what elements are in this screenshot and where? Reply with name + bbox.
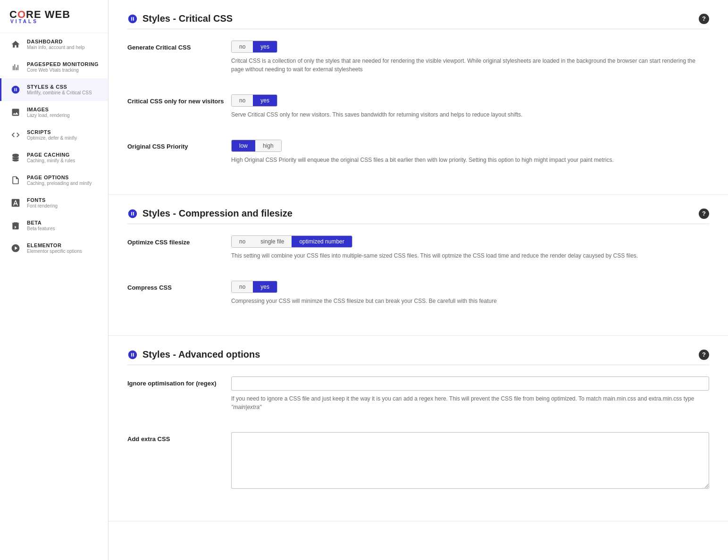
toggle-yes-critical-css-new-visitors[interactable]: yes (253, 95, 277, 106)
css-icon (9, 85, 22, 94)
toggle-yes-generate-critical-css[interactable]: yes (253, 41, 277, 52)
setting-desc-generate-critical-css: Critcal CSS is a collection of only the … (231, 57, 709, 74)
sidebar-item-page-options[interactable]: PAGE OPTIONS Caching, preloading and min… (0, 169, 108, 192)
setting-desc-critical-css-new-visitors: Serve Critical CSS only for new visitors… (231, 110, 709, 119)
toggle-low-original-css-priority[interactable]: low (232, 140, 255, 151)
setting-original-css-priority: Original CSS Priority low high High Orig… (127, 140, 709, 174)
toggle-group-generate-critical-css: no yes (231, 41, 277, 53)
help-icon-compression[interactable]: ? (699, 209, 709, 219)
toggle-group-compress-css: no yes (231, 281, 277, 293)
setting-optimize-css-filesize: Optimize CSS filesize no single file opt… (127, 235, 709, 269)
toggle-group-critical-css-new-visitors: no yes (231, 94, 277, 107)
code-icon (9, 130, 22, 140)
toggle-high-original-css-priority[interactable]: high (255, 140, 281, 151)
sidebar-item-label-beta: BETA (27, 220, 55, 226)
bar-chart-icon (9, 62, 22, 72)
advanced-section-icon (127, 350, 138, 360)
toggle-group-optimize-css-filesize: no single file optimized number (231, 235, 352, 248)
setting-add-extra-css: Add extra CSS (127, 432, 709, 500)
setting-label-critical-css-new-visitors: Critical CSS only for new visitors (127, 94, 231, 106)
add-extra-css-textarea[interactable] (231, 432, 709, 489)
setting-label-ignore-optimisation: Ignore optimisation for (regex) (127, 376, 231, 388)
sidebar-item-sub-styles: Minfify, combine & Critical CSS (27, 90, 92, 95)
setting-content-original-css-priority: low high High Original CSS Priority will… (231, 140, 709, 164)
section-critical-css: Styles - Critical CSS ? Generate Critica… (109, 0, 728, 195)
setting-label-optimize-css-filesize: Optimize CSS filesize (127, 235, 231, 247)
section-title-advanced: Styles - Advanced options (142, 349, 260, 360)
section-compression: Styles - Compression and filesize ? Opti… (109, 195, 728, 336)
sidebar-item-label-page-caching: PAGE CACHING (27, 152, 75, 158)
sidebar-item-label-elementor: ELEMENTOR (27, 242, 82, 248)
setting-compress-css: Compress CSS no yes Compressing your CSS… (127, 281, 709, 315)
sidebar-item-page-caching[interactable]: PAGE CACHING Caching, minify & rules (0, 146, 108, 169)
setting-desc-optimize-css-filesize: This setting will combine your CSS files… (231, 251, 709, 260)
sidebar-item-sub-page-options: Caching, preloading and minify (27, 181, 92, 186)
main-content: Styles - Critical CSS ? Generate Critica… (109, 0, 728, 560)
database-icon (9, 153, 22, 162)
setting-desc-ignore-optimisation: If you need to ignore a CSS file and jus… (231, 394, 709, 411)
sidebar: CORE WEB VITALS DASHBOARD Main info, acc… (0, 0, 109, 560)
sidebar-item-fonts[interactable]: FONTS Font rendering (0, 192, 108, 214)
sidebar-item-label-dashboard: DASHBOARD (27, 39, 84, 44)
setting-content-critical-css-new-visitors: no yes Serve Critical CSS only for new v… (231, 94, 709, 119)
toggle-yes-compress-css[interactable]: yes (253, 281, 277, 293)
sidebar-item-label-page-options: PAGE OPTIONS (27, 175, 92, 180)
section-title-critical-css: Styles - Critical CSS (142, 13, 233, 24)
sidebar-item-elementor[interactable]: ELEMENTOR Elementor specific options (0, 237, 108, 259)
toggle-group-original-css-priority: low high (231, 140, 282, 152)
toggle-no-generate-critical-css[interactable]: no (232, 41, 253, 52)
sidebar-item-sub-fonts: Font rendering (27, 203, 58, 209)
file-icon (9, 176, 22, 185)
sidebar-item-sub-pagespeed: Core Web Vtials tracking (27, 67, 99, 73)
logo-area: CORE WEB VITALS (0, 0, 108, 33)
setting-content-compress-css: no yes Compressing your CSS will minimze… (231, 281, 709, 305)
setting-ignore-optimisation: Ignore optimisation for (regex) If you n… (127, 376, 709, 421)
setting-generate-critical-css: Generate Critical CSS no yes Critcal CSS… (127, 41, 709, 83)
toggle-no-optimize-css-filesize[interactable]: no (232, 236, 253, 247)
sidebar-item-label-pagespeed: PAGESPEED MONITORING (27, 61, 99, 67)
sidebar-item-images[interactable]: IMAGES Lazy load, rendering (0, 101, 108, 124)
setting-content-generate-critical-css: no yes Critcal CSS is a collection of on… (231, 41, 709, 74)
sidebar-item-sub-beta: Beta features (27, 226, 55, 231)
flask-icon (9, 221, 22, 230)
help-icon-critical-css[interactable]: ? (699, 14, 709, 24)
setting-content-optimize-css-filesize: no single file optimized number This set… (231, 235, 709, 260)
section-advanced-header: Styles - Advanced options ? (127, 349, 709, 365)
elementor-icon (9, 243, 22, 253)
sidebar-item-dashboard[interactable]: DASHBOARD Main info, account and help (0, 33, 108, 56)
home-icon (9, 40, 22, 49)
sidebar-item-sub-elementor: Elementor specific options (27, 249, 82, 254)
font-icon (9, 198, 22, 208)
section-critical-css-header: Styles - Critical CSS ? (127, 13, 709, 29)
toggle-single-optimize-css-filesize[interactable]: single file (253, 236, 292, 247)
sidebar-item-label-images: IMAGES (27, 107, 70, 112)
help-icon-advanced[interactable]: ? (699, 350, 709, 360)
section-title-compression: Styles - Compression and filesize (142, 208, 293, 219)
sidebar-item-pagespeed[interactable]: PAGESPEED MONITORING Core Web Vtials tra… (0, 56, 108, 78)
sidebar-item-label-fonts: FONTS (27, 197, 58, 203)
critical-css-section-icon (127, 14, 138, 24)
toggle-no-critical-css-new-visitors[interactable]: no (232, 95, 253, 106)
sidebar-item-beta[interactable]: BETA Beta features (0, 214, 108, 237)
sidebar-item-sub-page-caching: Caching, minify & rules (27, 158, 75, 163)
setting-content-ignore-optimisation: If you need to ignore a CSS file and jus… (231, 376, 709, 411)
setting-critical-css-new-visitors: Critical CSS only for new visitors no ye… (127, 94, 709, 128)
section-compression-header: Styles - Compression and filesize ? (127, 208, 709, 224)
setting-label-original-css-priority: Original CSS Priority (127, 140, 231, 151)
compression-section-icon (127, 209, 138, 219)
toggle-no-compress-css[interactable]: no (232, 281, 253, 293)
toggle-optimized-optimize-css-filesize[interactable]: optimized number (292, 236, 351, 247)
sidebar-item-sub-scripts: Optimize, defer & minfiy (27, 135, 77, 141)
setting-label-generate-critical-css: Generate Critical CSS (127, 41, 231, 52)
section-advanced: Styles - Advanced options ? Ignore optim… (109, 336, 728, 521)
sidebar-item-label-styles: STYLES & CSS (27, 84, 92, 90)
sidebar-item-sub-images: Lazy load, rendering (27, 113, 70, 118)
ignore-optimisation-input[interactable] (231, 376, 709, 391)
setting-label-add-extra-css: Add extra CSS (127, 432, 231, 443)
sidebar-item-sub-dashboard: Main info, account and help (27, 45, 84, 50)
sidebar-item-scripts[interactable]: SCRIPTS Optimize, defer & minfiy (0, 124, 108, 146)
sidebar-item-styles[interactable]: STYLES & CSS Minfify, combine & Critical… (0, 78, 108, 101)
logo: CORE WEB VITALS (9, 8, 99, 24)
image-icon (9, 108, 22, 117)
sidebar-item-label-scripts: SCRIPTS (27, 129, 77, 135)
